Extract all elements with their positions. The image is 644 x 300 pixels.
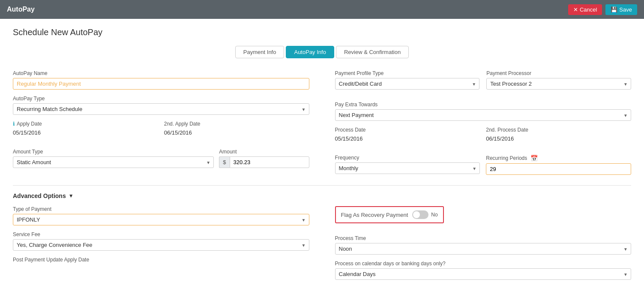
info-icon: ℹ xyxy=(13,121,15,127)
toggle-no-label: No xyxy=(431,212,437,218)
frequency-recurring-row: Frequency Monthly ▼ Recurring Periods 📅 xyxy=(335,155,632,181)
recurring-periods-label: Recurring Periods 📅 xyxy=(486,155,631,162)
payment-profile-type-select[interactable]: Credit/Debit Card xyxy=(335,78,480,90)
chevron-down-icon: ▼ xyxy=(69,193,74,199)
process-date-2nd-group: 2nd. Process Date 06/15/2016 xyxy=(486,127,631,143)
frequency-select[interactable]: Monthly xyxy=(335,162,480,174)
advanced-options-toggle[interactable]: Advanced Options ▼ xyxy=(13,192,631,199)
amount-input[interactable] xyxy=(230,156,309,168)
apply-date-label: ℹ Apply Date xyxy=(13,121,158,127)
bottom-right: Flag As Recovery Payment No Process Time xyxy=(335,206,632,286)
process-dates-row: Process Date 05/15/2016 2nd. Process Dat… xyxy=(335,127,632,149)
service-fee-group: Service Fee Yes, Charge Convenience Fee … xyxy=(13,231,309,251)
calendar-days-group: Process on calendar days or banking days… xyxy=(335,261,632,280)
payment-profile-type-select-wrap: Credit/Debit Card ▼ xyxy=(335,78,480,90)
left-column: AutoPay Name AutoPay Type Recurring Matc… xyxy=(13,70,309,181)
apply-dates-row: ℹ Apply Date 05/15/2016 2nd. Apply Date … xyxy=(13,121,309,143)
flag-recovery-toggle-wrap: No xyxy=(412,210,437,219)
calendar-icon: 📅 xyxy=(530,155,538,162)
amount-row: Amount Type Static Amount ▼ Amount $ xyxy=(13,149,309,168)
pay-extra-towards-select-wrap: Next Payment ▼ xyxy=(335,109,632,121)
process-time-label: Process Time xyxy=(335,235,632,241)
bottom-left: Type of Payment IPFONLY ▼ Service Fee Ye… xyxy=(13,206,309,286)
autopay-type-group: AutoPay Type Recurring Match Schedule ▼ xyxy=(13,96,309,115)
profile-processor-row: Payment Profile Type Credit/Debit Card ▼… xyxy=(335,70,632,96)
app-title: AutoPay xyxy=(7,6,35,13)
tab-review-confirmation[interactable]: Review & Confirmation xyxy=(336,46,409,58)
type-of-payment-label: Type of Payment xyxy=(13,206,309,212)
autopay-name-input[interactable] xyxy=(13,78,309,90)
page-title: Schedule New AutoPay xyxy=(13,27,631,37)
process-date-value: 05/15/2016 xyxy=(335,135,480,143)
cancel-icon: ✕ xyxy=(573,6,578,13)
save-icon: 💾 xyxy=(611,6,617,13)
frequency-label: Frequency xyxy=(335,155,480,161)
post-payment-label: Post Payment Update Apply Date xyxy=(13,257,309,263)
process-date-label: Process Date xyxy=(335,127,480,133)
process-time-group: Process Time Noon ▼ xyxy=(335,235,632,255)
process-time-select-wrap: Noon ▼ xyxy=(335,243,632,255)
app-header: AutoPay ✕ Cancel 💾 Save xyxy=(0,0,644,19)
tab-payment-info[interactable]: Payment Info xyxy=(235,46,285,58)
type-of-payment-group: Type of Payment IPFONLY ▼ xyxy=(13,206,309,225)
pay-extra-towards-label: Pay Extra Towards xyxy=(335,102,632,108)
main-content: Schedule New AutoPay Payment Info AutoPa… xyxy=(0,19,644,300)
pay-extra-towards-group: Pay Extra Towards Next Payment ▼ xyxy=(335,102,632,121)
recurring-periods-input[interactable] xyxy=(486,163,631,175)
frequency-select-wrap: Monthly ▼ xyxy=(335,162,480,174)
autopay-type-select-wrap: Recurring Match Schedule ▼ xyxy=(13,103,309,115)
service-fee-label: Service Fee xyxy=(13,231,309,237)
process-date-group: Process Date 05/15/2016 xyxy=(335,127,480,143)
amount-group: Amount $ xyxy=(219,149,309,168)
autopay-name-group: AutoPay Name xyxy=(13,70,309,90)
header-buttons: ✕ Cancel 💾 Save xyxy=(568,4,637,15)
autopay-type-label: AutoPay Type xyxy=(13,96,309,102)
calendar-days-label: Process on calendar days or banking days… xyxy=(335,261,632,267)
flag-recovery-box: Flag As Recovery Payment No xyxy=(335,206,444,223)
apply-date-2nd-label: 2nd. Apply Date xyxy=(164,121,309,127)
dollar-sign: $ xyxy=(219,156,229,168)
process-date-2nd-label: 2nd. Process Date xyxy=(486,127,631,133)
apply-date-2nd-group: 2nd. Apply Date 06/15/2016 xyxy=(164,121,309,137)
section-divider xyxy=(13,185,631,186)
frequency-group: Frequency Monthly ▼ xyxy=(335,155,480,175)
pay-extra-towards-select[interactable]: Next Payment xyxy=(335,109,632,121)
service-fee-select-wrap: Yes, Charge Convenience Fee ▼ xyxy=(13,239,309,251)
recurring-periods-group: Recurring Periods 📅 xyxy=(486,155,631,175)
autopay-type-select[interactable]: Recurring Match Schedule xyxy=(13,103,309,115)
amount-label: Amount xyxy=(219,149,309,155)
apply-date-value: 05/15/2016 xyxy=(13,129,158,137)
payment-profile-type-group: Payment Profile Type Credit/Debit Card ▼ xyxy=(335,70,480,90)
tab-autopay-info[interactable]: AutoPay Info xyxy=(286,46,334,58)
payment-processor-select[interactable]: Test Processor 2 xyxy=(486,78,631,90)
calendar-days-select-wrap: Calendar Days ▼ xyxy=(335,268,632,280)
toggle-slider xyxy=(412,210,428,219)
flag-recovery-toggle[interactable] xyxy=(412,210,428,219)
process-time-select[interactable]: Noon xyxy=(335,243,632,255)
amount-type-select-wrap: Static Amount ▼ xyxy=(13,156,214,168)
amount-type-select[interactable]: Static Amount xyxy=(13,156,214,168)
payment-processor-select-wrap: Test Processor 2 ▼ xyxy=(486,78,631,90)
amount-input-wrap: $ xyxy=(219,156,309,168)
flag-recovery-label: Flag As Recovery Payment xyxy=(341,212,408,218)
service-fee-select[interactable]: Yes, Charge Convenience Fee xyxy=(13,239,309,251)
amount-type-label: Amount Type xyxy=(13,149,214,155)
apply-date-group: ℹ Apply Date 05/15/2016 xyxy=(13,121,158,137)
payment-processor-label: Payment Processor xyxy=(486,70,631,76)
post-payment-group: Post Payment Update Apply Date xyxy=(13,257,309,264)
form-section: AutoPay Name AutoPay Type Recurring Matc… xyxy=(13,70,631,181)
calendar-days-select[interactable]: Calendar Days xyxy=(335,268,632,280)
amount-type-group: Amount Type Static Amount ▼ xyxy=(13,149,214,168)
autopay-name-label: AutoPay Name xyxy=(13,70,309,76)
bottom-section: Type of Payment IPFONLY ▼ Service Fee Ye… xyxy=(13,206,631,286)
type-of-payment-select-wrap: IPFONLY ▼ xyxy=(13,214,309,225)
save-button[interactable]: 💾 Save xyxy=(605,4,637,15)
payment-processor-group: Payment Processor Test Processor 2 ▼ xyxy=(486,70,631,90)
apply-date-2nd-value: 06/15/2016 xyxy=(164,129,309,137)
tabs-row: Payment Info AutoPay Info Review & Confi… xyxy=(13,46,631,58)
type-of-payment-select[interactable]: IPFONLY xyxy=(13,214,309,225)
payment-profile-type-label: Payment Profile Type xyxy=(335,70,480,76)
cancel-button[interactable]: ✕ Cancel xyxy=(568,4,602,15)
flag-recovery-container: Flag As Recovery Payment No xyxy=(335,206,632,229)
right-column: Payment Profile Type Credit/Debit Card ▼… xyxy=(335,70,632,181)
